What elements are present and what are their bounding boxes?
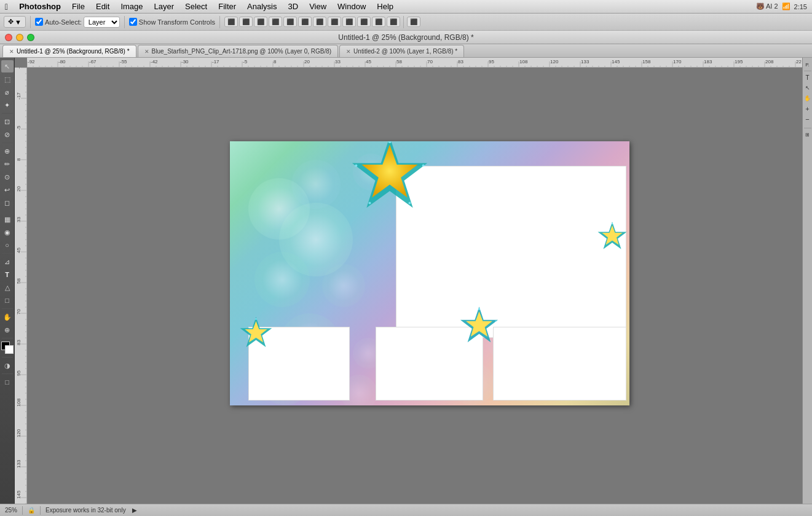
menu-help[interactable]: Help [372, 1, 398, 12]
panel-btn-type[interactable]: T [803, 73, 812, 82]
menu-bar:  Photoshop File Edit Image Layer Select… [0, 0, 812, 14]
brush-tool[interactable]: ✏ [1, 158, 14, 170]
menu-select[interactable]: Select [180, 1, 212, 12]
panel-btn-zoom[interactable]: + [803, 104, 812, 113]
dodge-tool[interactable]: ○ [1, 239, 14, 251]
ruler-top [27, 58, 802, 68]
tab-close-3[interactable]: ✕ [346, 49, 351, 55]
tab-untitled1[interactable]: ✕ Untitled-1 @ 25% (Background, RGB/8) * [2, 45, 136, 57]
window-maximize-btn[interactable] [27, 34, 34, 41]
starfish-small-left[interactable] [239, 316, 273, 350]
move-tool-options[interactable]: ✥ ▼ [4, 16, 26, 28]
canvas-area[interactable] [15, 58, 802, 504]
distribute-top-btn[interactable]: ⬛ [357, 17, 371, 27]
move-icon: ✥ [8, 18, 14, 26]
photo-box-4 [493, 327, 626, 401]
starfish-large[interactable] [350, 141, 430, 215]
photo-box-1 [396, 166, 626, 338]
panel-btn-minus[interactable]: − [803, 115, 812, 123]
panel-btn-1[interactable]: P. [803, 60, 812, 69]
status-info: Exposure works in 32-bit only [45, 507, 126, 514]
starfish-small-right[interactable] [597, 221, 628, 252]
toolbar-sep-4 [403, 16, 404, 28]
gradient-tool[interactable]: ▦ [1, 213, 14, 225]
window-close-btn[interactable] [5, 34, 12, 41]
shape-tool[interactable]: □ [1, 294, 14, 307]
menu-view[interactable]: View [304, 1, 331, 12]
menubar-wifi: 📶 [782, 2, 790, 10]
panel-btn-grid[interactable]: ⊞ [803, 130, 812, 139]
auto-select-dropdown[interactable]: Layer Group [84, 17, 120, 28]
eraser-tool[interactable]: ◻ [1, 197, 14, 209]
menu-window[interactable]: Window [333, 1, 371, 12]
doc-info-icon[interactable]: 🔒 [28, 507, 35, 514]
menu-file[interactable]: File [67, 1, 90, 12]
toolbar-sep-1 [30, 16, 31, 28]
align-right-btn[interactable]: ⬛ [254, 17, 267, 27]
zoom-tool[interactable]: ⊕ [1, 324, 14, 336]
align-center-h-btn[interactable]: ⬛ [239, 17, 253, 27]
menu-image[interactable]: Image [116, 1, 148, 12]
align-left-btn[interactable]: ⬛ [224, 17, 238, 27]
status-arrow[interactable]: ▶ [132, 507, 137, 514]
menu-3d[interactable]: 3D [283, 1, 304, 12]
text-tool[interactable]: T [1, 268, 14, 281]
background-color[interactable] [5, 345, 14, 354]
crop-tool[interactable]: ⊡ [1, 115, 14, 128]
window-minimize-btn[interactable] [16, 34, 23, 41]
eyedropper-tool[interactable]: ⊘ [1, 128, 14, 141]
tool-sep-7 [2, 357, 13, 358]
lasso-tool[interactable]: ⌀ [1, 86, 14, 98]
vertical-ruler [15, 68, 27, 504]
pen-tool[interactable]: ⊿ [1, 256, 14, 268]
tab-label-2: Blue_Starfish_PNG_Clip_Art-1718.png @ 10… [152, 48, 332, 55]
align-bottom-btn[interactable]: ⬛ [298, 17, 312, 27]
history-brush[interactable]: ↩ [1, 184, 14, 196]
svg-point-15 [478, 308, 480, 310]
blur-tool[interactable]: ◉ [1, 226, 14, 238]
tab-starfish[interactable]: ✕ Blue_Starfish_PNG_Clip_Art-1718.png @ … [138, 45, 339, 57]
svg-point-5 [369, 202, 371, 205]
distribute-center-h-btn[interactable]: ⬛ [328, 17, 341, 27]
distribute-left-btn[interactable]: ⬛ [313, 17, 326, 27]
distribute-center-v-btn[interactable]: ⬛ [372, 17, 385, 27]
heal-tool[interactable]: ⊕ [1, 145, 14, 157]
tab-close-1[interactable]: ✕ [9, 49, 14, 55]
menu-filter[interactable]: Filter [213, 1, 241, 12]
menu-edit[interactable]: Edit [91, 1, 114, 12]
align-top-btn[interactable]: ⬛ [269, 17, 282, 27]
title-bar: Untitled-1 @ 25% (Background, RGB/8) * [0, 31, 812, 44]
apple-menu[interactable]:  [5, 2, 8, 12]
hand-tool[interactable]: ✋ [1, 311, 14, 323]
main-area: ↖ ⬚ ⌀ ✦ ⊡ ⊘ ⊕ ✏ ⊙ ↩ ◻ ▦ ◉ ○ ⊿ T △ □ ✋ ⊕ [0, 58, 812, 504]
document-canvas [230, 141, 629, 405]
auto-select-container: Auto-Select: Layer Group [35, 17, 120, 28]
window-controls [5, 34, 34, 41]
ruler-left [15, 68, 27, 504]
panel-btn-arrow[interactable]: ↖ [803, 84, 812, 92]
panel-btn-hand[interactable]: ✋ [803, 94, 812, 103]
tabs-bar: ✕ Untitled-1 @ 25% (Background, RGB/8) *… [0, 44, 812, 58]
distribute-bottom-btn[interactable]: ⬛ [387, 17, 400, 27]
clone-tool[interactable]: ⊙ [1, 171, 14, 183]
starfish-medium-center[interactable] [459, 306, 499, 346]
align-center-v-btn[interactable]: ⬛ [283, 17, 297, 27]
auto-select-checkbox[interactable] [35, 18, 43, 26]
path-tool[interactable]: △ [1, 281, 14, 294]
mask-mode[interactable]: ◑ [1, 359, 14, 372]
magic-wand-tool[interactable]: ✦ [1, 99, 14, 111]
status-sep-1 [22, 506, 23, 515]
select-tool[interactable]: ⬚ [1, 73, 14, 85]
screen-mode[interactable]: □ [1, 376, 14, 388]
move-tool[interactable]: ↖ [1, 60, 14, 72]
tab-close-2[interactable]: ✕ [144, 49, 149, 55]
tab-label-3: Untitled-2 @ 100% (Layer 1, RGB/8) * [353, 48, 457, 55]
tool-sep-6 [2, 338, 13, 338]
show-transform-checkbox[interactable] [129, 18, 137, 26]
menu-analysis[interactable]: Analysis [242, 1, 282, 12]
tab-untitled2[interactable]: ✕ Untitled-2 @ 100% (Layer 1, RGB/8) * [339, 45, 464, 57]
show-transform-container: Show Transform Controls [129, 18, 215, 26]
auto-align-btn[interactable]: ⬛ [407, 17, 420, 27]
menu-layer[interactable]: Layer [149, 1, 179, 12]
distribute-right-btn[interactable]: ⬛ [342, 17, 356, 27]
